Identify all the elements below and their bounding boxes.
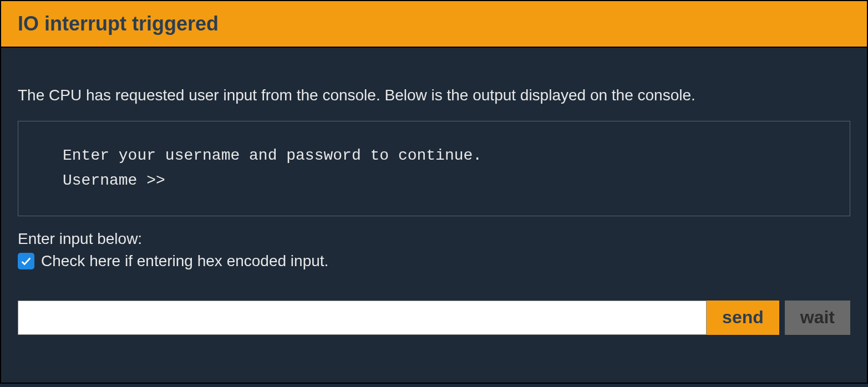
- wait-button[interactable]: wait: [785, 301, 850, 335]
- hex-checkbox-row: Check here if entering hex encoded input…: [18, 252, 850, 270]
- dialog-header: IO interrupt triggered: [0, 0, 868, 47]
- console-input[interactable]: [18, 301, 707, 335]
- hex-checkbox[interactable]: [18, 253, 34, 269]
- send-button[interactable]: send: [707, 301, 779, 335]
- input-row: send wait: [18, 301, 850, 335]
- dialog-title: IO interrupt triggered: [18, 12, 850, 35]
- check-icon: [20, 255, 32, 267]
- hex-checkbox-label: Check here if entering hex encoded input…: [41, 252, 328, 270]
- console-output: Enter your username and password to cont…: [18, 121, 850, 216]
- description-text: The CPU has requested user input from th…: [18, 86, 850, 104]
- input-label: Enter input below:: [18, 230, 850, 248]
- dialog-content: The CPU has requested user input from th…: [0, 47, 868, 384]
